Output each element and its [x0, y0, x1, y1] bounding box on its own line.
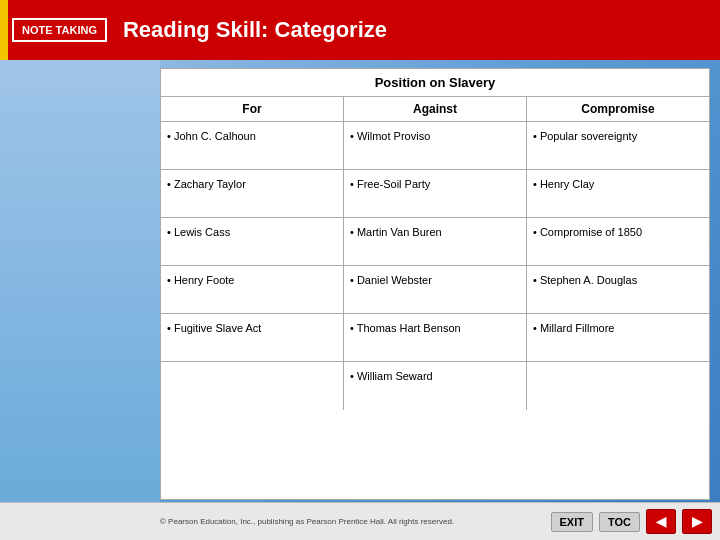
copyright-text: © Pearson Education, Inc., publishing as…: [160, 517, 454, 526]
table-cell: • William Seward: [344, 362, 527, 410]
table-row: • Zachary Taylor• Free-Soil Party• Henry…: [161, 170, 709, 218]
table-cell: • Daniel Webster: [344, 266, 527, 313]
table-row: • William Seward: [161, 362, 709, 410]
table-cell: • Compromise of 1850: [527, 218, 709, 265]
prev-button[interactable]: ◀: [646, 509, 676, 534]
top-bar: NOTE TAKING Reading Skill: Categorize: [0, 0, 720, 60]
col-header-compromise: Compromise: [527, 97, 709, 121]
table-cell: • Fugitive Slave Act: [161, 314, 344, 361]
table-cell: • Free-Soil Party: [344, 170, 527, 217]
col-header-against: Against: [344, 97, 527, 121]
next-button[interactable]: ▶: [682, 509, 712, 534]
table-cell: • Popular sovereignty: [527, 122, 709, 169]
table-row: • Fugitive Slave Act• Thomas Hart Benson…: [161, 314, 709, 362]
table-row: • Henry Foote• Daniel Webster• Stephen A…: [161, 266, 709, 314]
table-row: • John C. Calhoun• Wilmot Proviso• Popul…: [161, 122, 709, 170]
column-headers: For Against Compromise: [161, 97, 709, 122]
table-cell: • Millard Fillmore: [527, 314, 709, 361]
table-cell: • Stephen A. Douglas: [527, 266, 709, 313]
left-accent: [0, 0, 8, 60]
table-cell: • Thomas Hart Benson: [344, 314, 527, 361]
table-cell: • Martin Van Buren: [344, 218, 527, 265]
note-taking-label: NOTE TAKING: [12, 18, 107, 42]
table-cell: • Lewis Cass: [161, 218, 344, 265]
bottom-bar: © Pearson Education, Inc., publishing as…: [0, 502, 720, 540]
table-cell: [527, 362, 709, 410]
data-rows: • John C. Calhoun• Wilmot Proviso• Popul…: [161, 122, 709, 410]
page-title: Reading Skill: Categorize: [123, 17, 387, 43]
table-row: • Lewis Cass• Martin Van Buren• Compromi…: [161, 218, 709, 266]
table-cell: • Henry Foote: [161, 266, 344, 313]
table-cell: • Wilmot Proviso: [344, 122, 527, 169]
col-header-for: For: [161, 97, 344, 121]
table-cell: • John C. Calhoun: [161, 122, 344, 169]
exit-button[interactable]: EXIT: [551, 512, 593, 532]
table-title: Position on Slavery: [161, 69, 709, 97]
sidebar-panel: [0, 60, 160, 502]
table-cell: • Henry Clay: [527, 170, 709, 217]
table-cell: • Zachary Taylor: [161, 170, 344, 217]
table-cell: [161, 362, 344, 410]
content-area: Position on Slavery For Against Compromi…: [160, 68, 710, 500]
toc-button[interactable]: TOC: [599, 512, 640, 532]
